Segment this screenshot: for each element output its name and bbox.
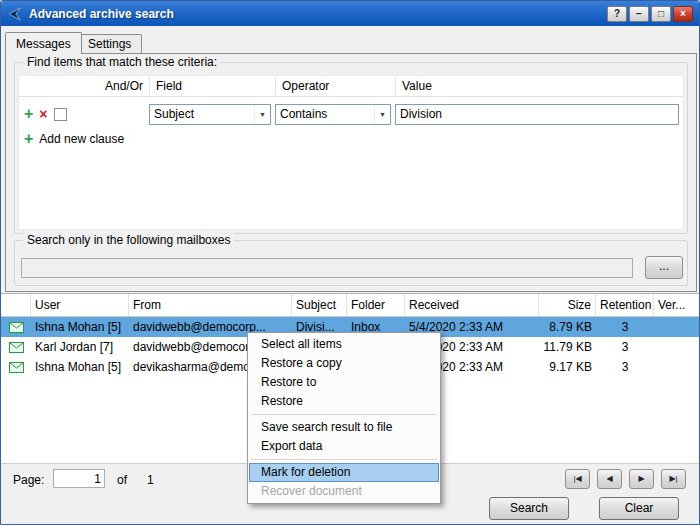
page-of-label: of [117,473,127,487]
menu-item-mark-for-deletion[interactable]: Mark for deletion [249,463,439,482]
cell-size: 9.17 KB [539,357,596,377]
col-version[interactable]: Ver... [654,294,700,316]
field-dropdown-value: Subject [150,107,254,121]
add-new-clause-link[interactable]: + Add new clause [19,129,683,149]
criteria-group: Find items that match these criteria: An… [14,62,688,234]
app-icon [7,6,23,22]
col-from[interactable]: From [129,294,292,316]
add-clause-icon[interactable]: + [24,107,33,121]
cell-retention: 3 [596,337,654,357]
tab-settings[interactable]: Settings [77,34,142,53]
title-bar: Advanced archive search ? − □ × [1,1,699,26]
clear-button[interactable]: Clear [599,497,679,520]
first-page-button[interactable]: |◀ [565,469,590,489]
maximize-button[interactable]: □ [651,6,671,22]
menu-item-recover-document: Recover document [249,482,439,501]
criteria-header-row: And/Or Field Operator Value [19,76,683,97]
mailboxes-group: Search only in the following mailboxes .… [14,240,688,286]
clause-checkbox[interactable] [54,108,67,121]
messages-tab-page: Find items that match these criteria: An… [5,53,697,292]
col-header-value: Value [395,76,683,96]
mailboxes-input[interactable] [21,258,633,278]
mailboxes-group-label: Search only in the following mailboxes [23,233,234,247]
envelope-icon [1,362,31,373]
col-subject[interactable]: Subject [292,294,347,316]
operator-dropdown-value: Contains [276,107,374,121]
advanced-archive-search-window: Advanced archive search ? − □ × Messages… [0,0,700,525]
chevron-down-icon: ▼ [254,105,270,124]
col-header-operator: Operator [275,76,395,96]
col-folder[interactable]: Folder [347,294,405,316]
page-total-label: 1 [147,473,154,487]
col-header-and-or: And/Or [19,76,149,96]
col-size[interactable]: Size [539,294,596,316]
operator-dropdown[interactable]: Contains ▼ [275,104,391,125]
cell-user: Ishna Mohan [5] [31,317,129,337]
menu-item-select-all-items[interactable]: Select all items [249,335,439,354]
menu-item-restore[interactable]: Restore [249,392,439,411]
page-label: Page: [13,473,44,487]
window-title: Advanced archive search [29,7,601,21]
add-new-clause-label: Add new clause [39,132,124,146]
context-menu: Select all items Restore a copy Restore … [247,332,441,504]
col-received[interactable]: Received [405,294,539,316]
menu-separator [251,459,437,460]
menu-item-restore-to[interactable]: Restore to [249,373,439,392]
col-header-field: Field [149,76,275,96]
menu-item-export-data[interactable]: Export data [249,437,439,456]
criteria-clause-row: + × Subject ▼ Contains ▼ [19,97,683,129]
cell-retention: 3 [596,317,654,337]
menu-separator [251,414,437,415]
chevron-down-icon: ▼ [374,105,390,124]
next-page-button[interactable]: ▶ [629,469,654,489]
cell-size: 8.79 KB [539,317,596,337]
cell-retention: 3 [596,357,654,377]
window-controls: ? − □ × [607,6,693,22]
cell-user: Ishna Mohan [5] [31,357,129,377]
plus-icon: + [24,132,33,146]
menu-item-save-search-result-to-file[interactable]: Save search result to file [249,418,439,437]
results-header-row: User From Subject Folder Received Size R… [1,294,700,317]
search-button[interactable]: Search [489,497,569,520]
close-button[interactable]: × [673,6,693,22]
help-button[interactable]: ? [607,6,627,22]
remove-clause-icon[interactable]: × [39,107,47,121]
criteria-group-label: Find items that match these criteria: [23,55,221,69]
menu-item-restore-a-copy[interactable]: Restore a copy [249,354,439,373]
criteria-grid: And/Or Field Operator Value + × Subject … [18,75,684,230]
field-dropdown[interactable]: Subject ▼ [149,104,271,125]
page-number-input[interactable] [53,469,105,488]
browse-mailboxes-button[interactable]: ... [645,256,683,279]
cell-user: Karl Jordan [7] [31,337,129,357]
tab-messages[interactable]: Messages [5,32,82,54]
minimize-button[interactable]: − [629,6,649,22]
clause-controls: + × [19,107,149,121]
cell-size: 11.79 KB [539,337,596,357]
last-page-button[interactable]: ▶| [661,469,686,489]
previous-page-button[interactable]: ◀ [597,469,622,489]
col-user[interactable]: User [31,294,129,316]
envelope-icon [1,322,31,333]
envelope-icon [1,342,31,353]
col-retention[interactable]: Retention [596,294,654,316]
value-input[interactable] [395,104,679,125]
col-icon [1,294,31,316]
